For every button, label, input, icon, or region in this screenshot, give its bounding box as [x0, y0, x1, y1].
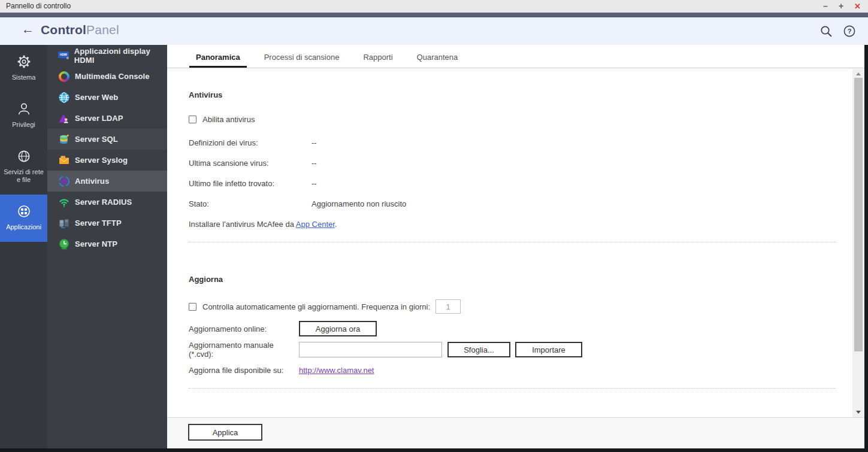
- main-content: Panoramica Processi di scansione Rapport…: [167, 45, 864, 448]
- import-button[interactable]: Importare: [515, 342, 582, 357]
- menu-item-server-syslog[interactable]: LOG Server Syslog: [47, 150, 167, 171]
- apply-button[interactable]: Applica: [188, 424, 262, 441]
- sql-database-icon: [58, 134, 71, 145]
- multimedia-console-icon: [58, 71, 71, 83]
- menu-item-label: Server SQL: [75, 135, 118, 144]
- menu-item-label: Multimedia Console: [75, 72, 150, 81]
- section-divider: [189, 388, 836, 389]
- category-sidebar: Sistema Privilegi Servizi di rete e file…: [0, 45, 47, 448]
- minimize-button[interactable]: –: [823, 0, 828, 13]
- app-center-link[interactable]: App Center: [296, 220, 335, 229]
- app-menu-sidebar: HDMI Applicazioni display HDMI Multimedi…: [47, 45, 167, 448]
- last-scan-row: Ultima scansione virus: --: [189, 159, 836, 168]
- svg-text:?: ?: [848, 28, 852, 35]
- menu-item-label: Antivirus: [75, 177, 109, 186]
- field-label: Ultima scansione virus:: [189, 159, 311, 168]
- tab-quarantena[interactable]: Quarantena: [410, 53, 465, 68]
- menu-item-multimedia-console[interactable]: Multimedia Console: [47, 66, 167, 87]
- frequency-days-input[interactable]: [435, 299, 461, 314]
- menu-item-label: Server RADIUS: [75, 198, 132, 207]
- hdmi-display-icon: HDMI: [58, 50, 70, 62]
- menu-item-label: Server LDAP: [75, 114, 123, 123]
- menu-item-server-tftp[interactable]: Server TFTP: [47, 213, 167, 233]
- online-update-row: Aggiornamento online: Aggiorna ora: [189, 321, 836, 336]
- field-label: Stato:: [189, 199, 311, 208]
- close-button[interactable]: ✕: [854, 0, 861, 13]
- enable-antivirus-label: Abilita antivirus: [202, 115, 255, 124]
- field-value: --: [311, 159, 317, 168]
- menu-item-applicazioni-display-hdmi[interactable]: HDMI Applicazioni display HDMI: [47, 45, 167, 66]
- antivirus-virus-icon: [58, 175, 71, 187]
- window-title: Pannello di controllo: [6, 2, 71, 10]
- sidebar-item-label: e file: [1, 176, 46, 184]
- header-accent-band: [0, 13, 868, 17]
- auto-update-checkbox[interactable]: [189, 303, 196, 311]
- mcafee-install-note: Installare l'antivirus McAfee da App Cen…: [189, 220, 836, 229]
- enable-antivirus-row: Abilita antivirus: [189, 115, 836, 124]
- manual-update-row: Aggiornamento manuale (*.cvd): Sfoglia..…: [189, 341, 836, 359]
- menu-item-server-web[interactable]: Server Web: [47, 87, 167, 108]
- page-title-bold: Control: [41, 23, 86, 37]
- update-section-heading: Aggiorna: [189, 275, 836, 284]
- menu-item-server-sql[interactable]: Server SQL: [47, 129, 167, 150]
- user-icon: [16, 101, 32, 117]
- window-titlebar: Pannello di controllo – + ✕: [0, 0, 868, 13]
- status-row: Stato: Aggiornamento non riuscito: [189, 199, 836, 208]
- apps-grid-icon: [16, 204, 32, 219]
- help-icon[interactable]: ?: [843, 25, 856, 38]
- section-divider: [189, 242, 836, 242]
- tab-bar: Panoramica Processi di scansione Rapport…: [167, 45, 864, 68]
- radius-signal-icon: [58, 196, 71, 208]
- back-arrow-icon[interactable]: ←: [22, 22, 34, 37]
- browse-button[interactable]: Sfoglia...: [447, 342, 510, 357]
- ldap-directory-icon: [58, 113, 71, 125]
- tab-rapporti[interactable]: Rapporti: [356, 53, 399, 68]
- tftp-server-icon: [58, 217, 71, 229]
- clamav-link[interactable]: http://www.clamav.net: [299, 366, 374, 375]
- menu-item-label: Server Web: [75, 93, 118, 102]
- scrollbar-thumb[interactable]: [854, 78, 863, 351]
- tab-panoramica[interactable]: Panoramica: [189, 53, 247, 68]
- field-label: Aggiorna file disponibile su:: [189, 366, 299, 375]
- update-source-row: Aggiorna file disponibile su: http://www…: [189, 366, 836, 375]
- menu-item-label: Server Syslog: [75, 156, 128, 165]
- field-label: Definizioni dei virus:: [189, 138, 311, 147]
- field-label: Ultimo file infetto trovato:: [189, 179, 311, 188]
- scrollbar-down-arrow[interactable]: [856, 411, 861, 414]
- maximize-button[interactable]: +: [839, 0, 843, 13]
- search-icon[interactable]: [819, 25, 833, 38]
- svg-text:HDMI: HDMI: [61, 53, 68, 56]
- field-label: Aggiornamento manuale (*.cvd):: [189, 341, 299, 359]
- menu-item-antivirus[interactable]: Antivirus: [47, 171, 167, 192]
- sidebar-item-sistema[interactable]: Sistema: [0, 45, 47, 92]
- menu-item-server-ntp[interactable]: Server NTP: [47, 233, 167, 254]
- page-title-light: Panel: [86, 23, 119, 37]
- virus-definitions-row: Definizioni dei virus: --: [189, 138, 836, 147]
- ntp-clock-icon: [58, 238, 71, 250]
- auto-update-row: Controlla automaticamente gli aggiorname…: [189, 299, 836, 314]
- content-footer: Applica: [167, 417, 864, 448]
- enable-antivirus-checkbox[interactable]: [189, 116, 196, 123]
- sidebar-item-label: Servizi di rete: [1, 168, 46, 176]
- menu-item-server-radius[interactable]: Server RADIUS: [47, 192, 167, 213]
- syslog-envelope-icon: LOG: [58, 154, 71, 166]
- menu-item-server-ldap[interactable]: Server LDAP: [47, 108, 167, 129]
- antivirus-section-heading: Antivirus: [189, 90, 836, 99]
- app-header: ← ControlPanel ?: [0, 17, 868, 45]
- vertical-scrollbar[interactable]: [852, 69, 864, 417]
- last-infected-file-row: Ultimo file infetto trovato: --: [189, 179, 836, 188]
- scrollbar-up-arrow[interactable]: [856, 72, 861, 75]
- update-now-button[interactable]: Aggiorna ora: [299, 321, 377, 336]
- manual-update-file-input[interactable]: [299, 342, 442, 357]
- menu-item-label: Server TFTP: [75, 219, 122, 227]
- note-text: Installare l'antivirus McAfee da: [189, 220, 294, 229]
- sidebar-item-servizi-di-rete-e-file[interactable]: Servizi di rete e file: [0, 139, 47, 195]
- sidebar-item-privilegi[interactable]: Privilegi: [0, 92, 47, 139]
- menu-item-label: Server NTP: [75, 239, 117, 248]
- menu-item-label: Applicazioni display HDMI: [74, 47, 167, 65]
- tab-processi-di-scansione[interactable]: Processi di scansione: [258, 53, 346, 68]
- web-globe-icon: [58, 92, 71, 104]
- sidebar-item-label: Privilegi: [1, 121, 46, 129]
- sidebar-item-applicazioni[interactable]: Applicazioni: [0, 195, 47, 242]
- sidebar-item-label: Sistema: [1, 74, 46, 81]
